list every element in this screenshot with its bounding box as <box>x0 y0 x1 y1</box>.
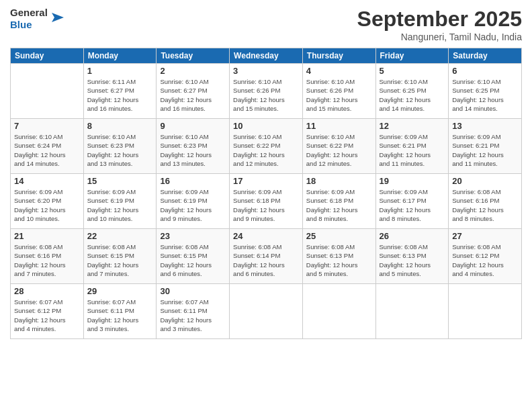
day-info: Sunrise: 6:08 AM Sunset: 6:16 PM Dayligh… <box>452 187 518 223</box>
day-number: 13 <box>452 121 518 131</box>
calendar-cell: 26Sunrise: 6:08 AM Sunset: 6:13 PM Dayli… <box>375 229 449 284</box>
day-info: Sunrise: 6:07 AM Sunset: 6:11 PM Dayligh… <box>87 298 153 333</box>
day-info: Sunrise: 6:09 AM Sunset: 6:20 PM Dayligh… <box>14 187 80 223</box>
day-number: 19 <box>380 176 445 186</box>
day-info: Sunrise: 6:10 AM Sunset: 6:25 PM Dayligh… <box>452 77 518 113</box>
calendar-cell: 2Sunrise: 6:10 AM Sunset: 6:27 PM Daylig… <box>157 64 230 119</box>
calendar-day-header: Saturday <box>449 48 522 64</box>
calendar-day-header: Monday <box>83 48 157 64</box>
calendar-day-header: Friday <box>375 48 449 64</box>
day-info: Sunrise: 6:10 AM Sunset: 6:22 PM Dayligh… <box>233 132 299 168</box>
day-info: Sunrise: 6:09 AM Sunset: 6:18 PM Dayligh… <box>233 187 299 223</box>
calendar-cell <box>302 284 375 339</box>
day-number: 30 <box>160 286 226 296</box>
day-info: Sunrise: 6:10 AM Sunset: 6:23 PM Dayligh… <box>87 132 153 168</box>
day-number: 3 <box>233 66 299 76</box>
day-number: 2 <box>160 66 226 76</box>
calendar-cell: 22Sunrise: 6:08 AM Sunset: 6:15 PM Dayli… <box>83 229 157 284</box>
day-info: Sunrise: 6:10 AM Sunset: 6:26 PM Dayligh… <box>233 77 299 113</box>
day-info: Sunrise: 6:09 AM Sunset: 6:18 PM Dayligh… <box>306 187 372 223</box>
calendar-cell: 4Sunrise: 6:10 AM Sunset: 6:26 PM Daylig… <box>302 64 375 119</box>
day-info: Sunrise: 6:10 AM Sunset: 6:26 PM Dayligh… <box>306 77 372 113</box>
logo-blue: Blue <box>10 19 32 30</box>
calendar-cell: 17Sunrise: 6:09 AM Sunset: 6:18 PM Dayli… <box>230 174 303 229</box>
day-info: Sunrise: 6:09 AM Sunset: 6:21 PM Dayligh… <box>380 132 445 168</box>
day-number: 28 <box>14 286 80 296</box>
calendar-week-row: 28Sunrise: 6:07 AM Sunset: 6:12 PM Dayli… <box>11 284 522 339</box>
day-number: 4 <box>306 66 372 76</box>
title-section: September 2025 Nanguneri, Tamil Nadu, In… <box>357 7 522 42</box>
calendar-cell <box>449 284 522 339</box>
day-number: 22 <box>87 231 153 241</box>
calendar-cell: 19Sunrise: 6:09 AM Sunset: 6:17 PM Dayli… <box>375 174 449 229</box>
day-number: 29 <box>87 286 153 296</box>
header: General Blue September 2025 Nanguneri, T… <box>10 7 522 42</box>
day-info: Sunrise: 6:11 AM Sunset: 6:27 PM Dayligh… <box>87 77 153 113</box>
calendar-cell: 9Sunrise: 6:10 AM Sunset: 6:23 PM Daylig… <box>157 119 230 174</box>
day-number: 24 <box>233 231 299 241</box>
day-number: 17 <box>233 176 299 186</box>
day-info: Sunrise: 6:10 AM Sunset: 6:22 PM Dayligh… <box>306 132 372 168</box>
calendar-cell: 27Sunrise: 6:08 AM Sunset: 6:12 PM Dayli… <box>449 229 522 284</box>
calendar-cell: 25Sunrise: 6:08 AM Sunset: 6:13 PM Dayli… <box>302 229 375 284</box>
logo-arrow-icon <box>49 10 64 25</box>
month-title: September 2025 <box>357 7 522 32</box>
day-number: 14 <box>14 176 80 186</box>
calendar-cell <box>11 64 84 119</box>
day-number: 21 <box>14 231 80 241</box>
svg-marker-0 <box>52 13 64 22</box>
day-info: Sunrise: 6:09 AM Sunset: 6:17 PM Dayligh… <box>380 187 445 223</box>
calendar-day-header: Wednesday <box>230 48 303 64</box>
day-info: Sunrise: 6:08 AM Sunset: 6:16 PM Dayligh… <box>14 242 80 278</box>
calendar-cell: 20Sunrise: 6:08 AM Sunset: 6:16 PM Dayli… <box>449 174 522 229</box>
calendar-week-row: 7Sunrise: 6:10 AM Sunset: 6:24 PM Daylig… <box>11 119 522 174</box>
day-number: 12 <box>380 121 445 131</box>
day-number: 10 <box>233 121 299 131</box>
calendar-day-header: Thursday <box>302 48 375 64</box>
day-number: 25 <box>306 231 372 241</box>
day-info: Sunrise: 6:07 AM Sunset: 6:11 PM Dayligh… <box>160 298 226 333</box>
day-info: Sunrise: 6:07 AM Sunset: 6:12 PM Dayligh… <box>14 298 80 333</box>
day-info: Sunrise: 6:09 AM Sunset: 6:21 PM Dayligh… <box>452 132 518 168</box>
day-number: 5 <box>380 66 445 76</box>
calendar-cell: 13Sunrise: 6:09 AM Sunset: 6:21 PM Dayli… <box>449 119 522 174</box>
day-number: 6 <box>452 66 518 76</box>
subtitle: Nanguneri, Tamil Nadu, India <box>357 32 522 42</box>
day-number: 7 <box>14 121 80 131</box>
day-info: Sunrise: 6:09 AM Sunset: 6:19 PM Dayligh… <box>160 187 226 223</box>
day-info: Sunrise: 6:10 AM Sunset: 6:24 PM Dayligh… <box>14 132 80 168</box>
calendar-cell <box>375 284 449 339</box>
day-number: 8 <box>87 121 153 131</box>
day-info: Sunrise: 6:08 AM Sunset: 6:13 PM Dayligh… <box>306 242 372 278</box>
day-number: 27 <box>452 231 518 241</box>
calendar: SundayMondayTuesdayWednesdayThursdayFrid… <box>10 48 522 339</box>
day-info: Sunrise: 6:10 AM Sunset: 6:27 PM Dayligh… <box>160 77 226 113</box>
day-info: Sunrise: 6:08 AM Sunset: 6:13 PM Dayligh… <box>380 242 445 278</box>
day-number: 20 <box>452 176 518 186</box>
day-info: Sunrise: 6:08 AM Sunset: 6:14 PM Dayligh… <box>233 242 299 278</box>
calendar-cell: 5Sunrise: 6:10 AM Sunset: 6:25 PM Daylig… <box>375 64 449 119</box>
logo: General Blue <box>10 7 64 30</box>
day-number: 18 <box>306 176 372 186</box>
day-number: 16 <box>160 176 226 186</box>
calendar-cell: 23Sunrise: 6:08 AM Sunset: 6:15 PM Dayli… <box>157 229 230 284</box>
calendar-cell: 24Sunrise: 6:08 AM Sunset: 6:14 PM Dayli… <box>230 229 303 284</box>
calendar-cell: 28Sunrise: 6:07 AM Sunset: 6:12 PM Dayli… <box>11 284 84 339</box>
day-info: Sunrise: 6:09 AM Sunset: 6:19 PM Dayligh… <box>87 187 153 223</box>
calendar-cell: 8Sunrise: 6:10 AM Sunset: 6:23 PM Daylig… <box>83 119 157 174</box>
calendar-cell: 21Sunrise: 6:08 AM Sunset: 6:16 PM Dayli… <box>11 229 84 284</box>
calendar-cell: 10Sunrise: 6:10 AM Sunset: 6:22 PM Dayli… <box>230 119 303 174</box>
day-number: 26 <box>380 231 445 241</box>
calendar-cell: 30Sunrise: 6:07 AM Sunset: 6:11 PM Dayli… <box>157 284 230 339</box>
calendar-cell: 14Sunrise: 6:09 AM Sunset: 6:20 PM Dayli… <box>11 174 84 229</box>
day-info: Sunrise: 6:08 AM Sunset: 6:15 PM Dayligh… <box>160 242 226 278</box>
calendar-header-row: SundayMondayTuesdayWednesdayThursdayFrid… <box>11 48 522 64</box>
calendar-cell: 18Sunrise: 6:09 AM Sunset: 6:18 PM Dayli… <box>302 174 375 229</box>
day-info: Sunrise: 6:08 AM Sunset: 6:15 PM Dayligh… <box>87 242 153 278</box>
calendar-day-header: Sunday <box>11 48 84 64</box>
day-number: 15 <box>87 176 153 186</box>
day-info: Sunrise: 6:10 AM Sunset: 6:25 PM Dayligh… <box>380 77 445 113</box>
calendar-cell: 3Sunrise: 6:10 AM Sunset: 6:26 PM Daylig… <box>230 64 303 119</box>
calendar-cell: 11Sunrise: 6:10 AM Sunset: 6:22 PM Dayli… <box>302 119 375 174</box>
day-number: 11 <box>306 121 372 131</box>
